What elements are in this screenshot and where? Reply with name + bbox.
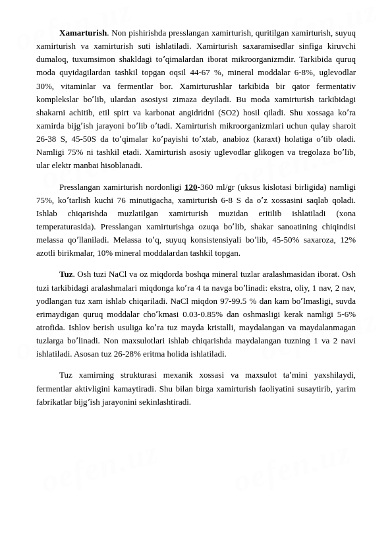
paragraph-presslangan: Presslangan xamirturish nordonligi 120-3… [36,181,356,260]
paragraph-xamarturish: Xamarturish. Non pishirishda presslangan… [36,26,356,173]
tuz-text: . Osh tuzi NaCl va oz miqdorda boshqa mi… [36,269,356,359]
paragraph-tuz-xamir: Tuz xamirning strukturasi mexanik xossas… [36,368,356,408]
xamarturish-title: Xamarturish [59,28,107,38]
content: Xamarturish. Non pishirishda presslangan… [36,26,356,409]
presslangan-text-before: Presslangan xamirturish nordonligi [59,182,184,192]
xamarturish-text: . Non pishirishda presslangan xamirturis… [36,28,356,170]
watermark-7: oefen.uz [37,433,163,499]
paragraph-tuz: Tuz. Osh tuzi NaCl va oz miqdorda boshqa… [36,268,356,361]
watermark-8: oefen.uz [229,433,355,499]
presslangan-text-after: -360 ml/gr (uksus kislotasi birligida) n… [36,182,356,258]
page: oefen.uz oefen.uz oefen.uz oefen.uz oefe… [0,0,392,555]
presslangan-number: 120 [184,182,198,192]
tuz-title: Tuz [59,269,72,279]
tuz-xamir-text: Tuz xamirning strukturasi mexanik xossas… [36,370,356,406]
